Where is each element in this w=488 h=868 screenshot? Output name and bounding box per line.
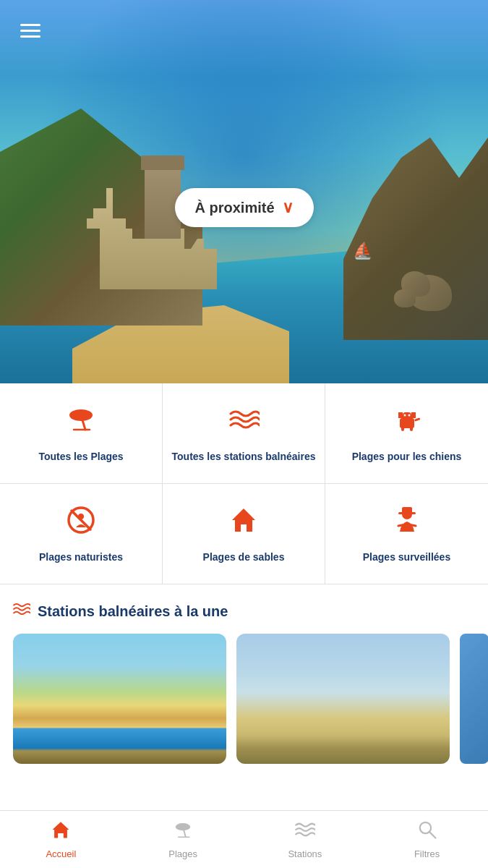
nav-filters-label: Filtres [414,848,440,859]
category-dog-beaches[interactable]: Plages pour les chiens [325,383,488,484]
station-card-1[interactable] [13,634,226,764]
nav-item-stations[interactable]: Stations [244,814,367,865]
search-nav-icon [417,820,437,845]
nav-stations-label: Stations [288,848,322,859]
beach-nav-icon [173,820,193,845]
hamburger-menu-button[interactable] [14,14,46,47]
category-all-beaches[interactable]: Toutes les Plages [0,383,163,484]
waves-icon [228,404,260,440]
category-dog-beaches-label: Plages pour les chiens [352,450,462,463]
waves-nav-icon [295,820,315,845]
category-naturist-label: Plages naturistes [39,550,123,563]
proximity-label: À proximité [194,200,274,216]
no-icon [65,504,97,540]
stations-cards-row [0,634,488,778]
svg-line-26 [429,832,435,838]
nav-item-home[interactable]: Accueil [0,814,122,865]
svg-marker-15 [232,509,255,532]
category-grid: Toutes les Plages Toutes les stations ba… [0,383,488,584]
svg-line-20 [408,524,416,526]
svg-rect-7 [398,412,403,418]
station-card-3-partial [460,634,488,764]
station-card-2[interactable] [236,634,450,764]
svg-rect-4 [401,425,404,431]
category-supervised[interactable]: Plages surveillées [325,484,488,584]
svg-rect-18 [402,507,412,514]
svg-point-10 [408,414,410,417]
hero-sailboat [353,242,372,260]
category-all-stations[interactable]: Toutes les stations balnéaires [163,383,325,484]
chevron-down-icon: ∨ [282,198,294,217]
section-waves-icon [13,600,30,622]
svg-marker-21 [53,822,69,838]
svg-rect-11 [414,417,421,422]
hero-rocks [365,253,452,311]
guard-icon [391,504,423,540]
beach-icon [65,404,97,440]
svg-rect-8 [411,412,416,418]
bottom-navigation: Accueil Plages Stations [0,810,488,868]
stations-section-title: Stations balnéaires à la une [38,603,228,620]
svg-rect-6 [403,412,411,421]
nav-item-beaches[interactable]: Plages [122,814,244,865]
category-sand-beaches-label: Plages de sables [203,550,285,563]
house-icon [228,504,260,540]
home-nav-icon [51,820,71,845]
category-all-beaches-label: Toutes les Plages [38,450,123,463]
station-card-2-image [236,634,450,764]
nav-item-filters[interactable]: Filtres [366,814,488,865]
category-sand-beaches[interactable]: Plages de sables [163,484,325,584]
nav-home-label: Accueil [46,848,76,859]
hero-section: À proximité ∨ [0,0,488,383]
svg-rect-5 [410,425,413,431]
proximity-button[interactable]: À proximité ∨ [174,188,313,227]
dog-icon [391,404,423,440]
svg-point-9 [403,414,406,417]
category-naturist[interactable]: Plages naturistes [0,484,163,584]
svg-point-14 [78,514,84,519]
nav-beaches-label: Plages [168,848,197,859]
stations-section-header: Stations balnéaires à la une [0,584,488,634]
category-supervised-label: Plages surveillées [363,550,450,563]
svg-line-19 [398,524,406,526]
category-all-stations-label: Toutes les stations balnéaires [172,450,316,463]
station-card-1-image [13,634,226,764]
